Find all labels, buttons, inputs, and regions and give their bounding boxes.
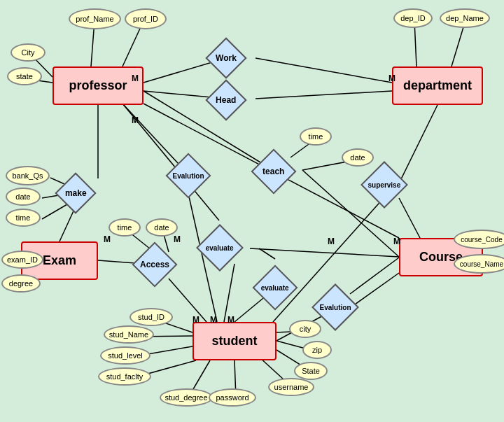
department-entity: department (392, 66, 483, 105)
attr-time-access: time (108, 218, 141, 237)
multiplicity-7: M (393, 237, 400, 246)
attr-stud-level: stud_level (100, 346, 150, 365)
svg-line-7 (255, 91, 392, 99)
svg-line-21 (399, 105, 438, 183)
attr-date-teach: date (342, 148, 374, 167)
attr-stud-name: stud_Name (104, 325, 154, 344)
attr-password: password (209, 388, 256, 407)
attr-time-teach: time (300, 127, 332, 146)
multiplicity-3: M (132, 115, 139, 125)
attr-stud-degree: stud_degree (160, 388, 213, 407)
attr-prof-id: prof_ID (125, 8, 167, 29)
attr-time-exam: time (6, 209, 41, 227)
svg-line-30 (224, 264, 234, 322)
attr-course-name: course_Name (454, 254, 504, 274)
attr-stud-faclty: stud_faclty (98, 367, 151, 386)
multiplicity-4: M (104, 234, 111, 244)
multiplicity-1: M (132, 73, 139, 83)
multiplicity-8: M (192, 315, 200, 325)
attr-state: state (7, 67, 42, 85)
attr-date-exam: date (6, 188, 41, 206)
attr-degree: degree (1, 274, 41, 293)
attr-username: username (268, 378, 314, 396)
attr-stud-id: stud_ID (130, 308, 173, 326)
attr-zip-stud: zip (302, 341, 332, 359)
svg-line-5 (255, 58, 392, 83)
svg-line-27 (169, 279, 206, 322)
attr-state-stud: State (294, 362, 328, 380)
multiplicity-9: M (210, 315, 217, 325)
attr-city-stud: city (289, 320, 321, 338)
attr-dep-name: dep_Name (440, 8, 490, 28)
attr-bank-qs: bank_Qs (6, 166, 50, 185)
attr-dep-id: dep_ID (393, 8, 433, 28)
attr-course-code: course_Code (454, 230, 504, 249)
attr-prof-name: prof_Name (69, 8, 121, 29)
svg-line-29 (250, 248, 399, 257)
multiplicity-10: M (227, 315, 234, 325)
attr-city: City (10, 43, 46, 62)
svg-line-22 (399, 198, 420, 238)
multiplicity-5: M (174, 234, 181, 244)
multiplicity-2: M (388, 73, 396, 83)
multiplicity-6: M (328, 237, 335, 246)
professor-entity: professor (52, 66, 144, 105)
attr-exam-id: exam_ID (1, 251, 43, 269)
svg-line-34 (350, 258, 399, 294)
student-entity: student (192, 322, 276, 360)
svg-line-51 (350, 273, 399, 308)
